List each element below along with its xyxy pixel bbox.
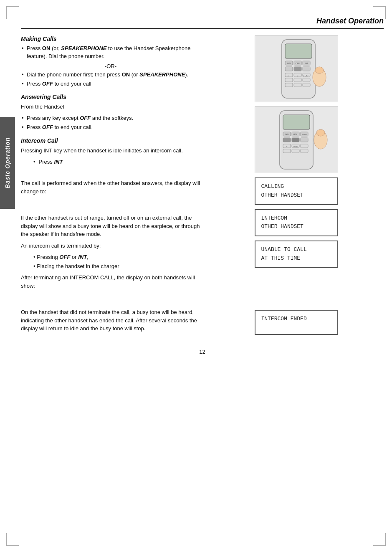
lcd-calling-line2: OTHER HANDSET	[261, 191, 331, 200]
svg-rect-40	[292, 149, 299, 153]
call-performed-text: The call is performed and when the other…	[21, 179, 200, 195]
spacer-1	[21, 169, 200, 174]
svg-rect-7	[303, 67, 310, 71]
page-header: Handset Operation	[21, 17, 384, 29]
svg-point-45	[316, 129, 325, 136]
answering-calls-list: Press any key except OFF and the softkey…	[21, 114, 200, 132]
lcd-unable-line2: AT THIS TIME	[261, 254, 331, 263]
svg-text:ON: ON	[285, 133, 288, 136]
lcd-ended-line1: INTERCOM ENDED	[261, 315, 331, 324]
lcd-unable-line1: UNABLE TO CALL	[261, 246, 331, 254]
terminated-item-1: • Pressing OFF or INT,	[33, 253, 200, 261]
or-line: -OR-	[21, 63, 200, 69]
right-column: ON OFF INT	[209, 35, 384, 336]
svg-point-21	[315, 67, 324, 73]
spacer-2	[21, 174, 200, 179]
svg-rect-5	[285, 67, 293, 71]
off-bold-1: OFF	[42, 81, 53, 87]
spacer-5	[21, 209, 200, 214]
off-bold-3: OFF	[42, 124, 53, 130]
answering-calls-item-2: Press OFF to end your call.	[21, 124, 200, 132]
on-bold: ON	[42, 45, 51, 51]
lcd-unable: UNABLE TO CALL AT THIS TIME	[255, 241, 338, 268]
on-handset-text: On the handset that did not terminate th…	[21, 308, 200, 333]
int-bold-2: INT	[78, 254, 87, 260]
answering-calls-heading: Answering Calls	[21, 94, 200, 100]
spacer-4	[21, 204, 200, 209]
svg-rect-41	[301, 149, 308, 153]
svg-rect-14	[285, 78, 293, 82]
svg-text:ON: ON	[287, 62, 291, 65]
corner-mark-tl	[6, 6, 19, 19]
off-int-bold: OFF	[59, 254, 70, 260]
phone-svg-2: ON RDL MENU 4 2 ABC	[259, 109, 334, 171]
lcd-intercom: INTERCOM OTHER HANDSET	[255, 209, 338, 237]
on-bold-2: ON	[122, 71, 130, 78]
svg-rect-18	[294, 83, 301, 87]
left-column: Making Calls Press ON (or, SPEAKERPHONE …	[21, 35, 200, 336]
svg-text:INT: INT	[304, 62, 308, 65]
terminated-list: • Pressing OFF or INT, • Placing the han…	[21, 253, 200, 270]
svg-rect-16	[303, 78, 310, 82]
terminated-item-2: • Placing the handset in the charger	[33, 262, 200, 271]
answering-calls-item-1: Press any key except OFF and the softkey…	[21, 114, 200, 122]
page-title: Handset Operation	[21, 17, 384, 25]
svg-text:3 DEF: 3 DEF	[303, 74, 309, 77]
making-calls-list-2: Dial the phone number first; then press …	[21, 71, 200, 88]
svg-text:2 ABC: 2 ABC	[292, 145, 298, 148]
svg-rect-38	[301, 144, 308, 148]
lcd-calling: CALLING OTHER HANDSET	[255, 177, 338, 205]
svg-text:MENU: MENU	[302, 134, 307, 136]
spacer-3	[21, 199, 200, 204]
speakerphone-bold-1: SPEAKERPHONE	[61, 45, 106, 51]
svg-rect-39	[283, 149, 291, 153]
lcd-intercom-line2: OTHER HANDSET	[261, 223, 331, 231]
phone-image-1: ON OFF INT	[255, 35, 338, 102]
lcd-calling-line1: CALLING	[261, 182, 331, 191]
svg-rect-11	[285, 73, 293, 77]
after-terminating-text: After terminating an INTERCOM CALL, the …	[21, 273, 200, 290]
making-calls-item-2: Dial the phone number first; then press …	[21, 71, 200, 79]
press-int-text: Press INT	[39, 159, 63, 165]
out-of-range-text: If the other handset is out of range, tu…	[21, 214, 200, 238]
svg-rect-32	[301, 138, 308, 142]
terminated-heading: An intercom call is terminated by:	[21, 242, 200, 250]
lcd-ended: INTERCOM ENDED	[255, 310, 338, 335]
speakerphone-bold-2: SPEAKERPHONE	[139, 71, 185, 78]
spacer-7	[21, 298, 200, 303]
svg-rect-1	[285, 44, 312, 58]
svg-rect-6	[294, 67, 301, 71]
making-calls-heading: Making Calls	[21, 35, 200, 42]
page: Basic Operation Handset Operation Making…	[0, 0, 392, 552]
press-int-bullet: •	[33, 159, 35, 165]
svg-rect-30	[283, 138, 291, 142]
svg-rect-17	[285, 83, 293, 87]
off-bold-2: OFF	[80, 115, 91, 121]
phone-svg-1: ON OFF INT	[259, 38, 334, 100]
main-content: Handset Operation Making Calls Press ON …	[21, 13, 384, 355]
making-calls-item-1: Press ON (or, SPEAKERPHONE to use the Ha…	[21, 45, 200, 61]
phone-image-2: ON RDL MENU 4 2 ABC	[255, 106, 338, 173]
svg-rect-26	[283, 115, 310, 129]
answering-from-handset: From the Handset	[21, 103, 200, 111]
two-col-layout: Making Calls Press ON (or, SPEAKERPHONE …	[21, 35, 384, 336]
int-bold: INT	[54, 159, 63, 165]
making-calls-list: Press ON (or, SPEAKERPHONE to use the Ha…	[21, 45, 200, 61]
sidebar-label: Basic Operation	[0, 117, 15, 209]
svg-text:RDL: RDL	[293, 133, 297, 136]
intercom-call-heading: Intercom Call	[21, 137, 200, 144]
press-int-line: • Press INT	[33, 159, 200, 165]
svg-text:OFF: OFF	[296, 62, 300, 65]
svg-rect-15	[294, 78, 301, 82]
lcd-intercom-line1: INTERCOM	[261, 214, 331, 223]
spacer-8	[21, 303, 200, 308]
svg-rect-19	[303, 83, 310, 87]
spacer-6	[21, 293, 200, 298]
corner-mark-bl	[6, 533, 19, 546]
page-number: 12	[21, 349, 384, 355]
corner-mark-tr	[373, 6, 386, 19]
making-calls-item-3: Press OFF to end your call	[21, 80, 200, 88]
svg-rect-31	[292, 138, 299, 142]
corner-mark-br	[373, 533, 386, 546]
intercom-intro: Pressing INT key when the handset is idl…	[21, 147, 200, 155]
